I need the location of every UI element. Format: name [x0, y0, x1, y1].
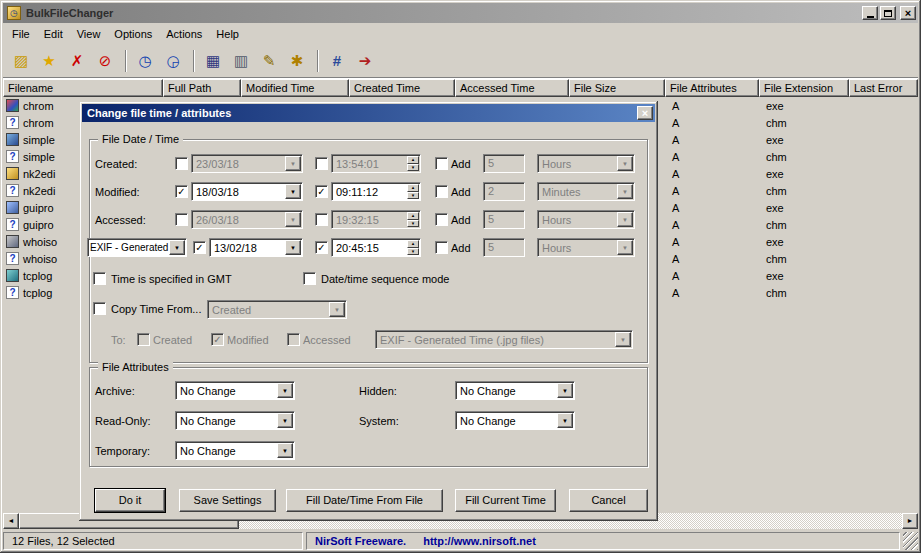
- readonly-select[interactable]: No Change ▼: [175, 411, 295, 430]
- accessed-date-select[interactable]: 26/03/18 ▼: [191, 210, 303, 229]
- modified-time-checkbox[interactable]: ✓: [315, 185, 328, 198]
- copy-time-button[interactable]: ◶: [160, 48, 186, 74]
- chevron-down-icon[interactable]: ▼: [617, 240, 633, 255]
- modified-add-unit-select[interactable]: Minutes ▼: [537, 182, 635, 201]
- save-settings-button[interactable]: Save Settings: [179, 489, 276, 512]
- system-select[interactable]: No Change ▼: [455, 411, 575, 430]
- hidden-select[interactable]: No Change ▼: [455, 381, 575, 400]
- exif-date-select[interactable]: 13/02/18 ▼: [209, 238, 303, 257]
- modified-time-input[interactable]: 09:11:12 ▴▾: [331, 182, 421, 201]
- spin-down-icon[interactable]: ▾: [407, 248, 419, 256]
- cancel-button[interactable]: Cancel: [569, 489, 648, 512]
- exif-time-checkbox[interactable]: ✓: [315, 241, 328, 254]
- nirsoft-link[interactable]: http://www.nirsoft.net: [423, 535, 536, 547]
- maximize-button[interactable]: [880, 6, 896, 20]
- chevron-down-icon[interactable]: ▼: [277, 383, 293, 398]
- minimize-button[interactable]: [862, 6, 878, 20]
- accessed-add-checkbox[interactable]: [435, 213, 448, 226]
- sequence-mode-checkbox[interactable]: [303, 272, 316, 285]
- report-button[interactable]: ✎: [256, 48, 282, 74]
- spin-down-icon[interactable]: ▾: [407, 220, 419, 228]
- column-header-file-extension[interactable]: File Extension: [759, 79, 849, 97]
- advanced-options-button[interactable]: #: [324, 48, 350, 74]
- spin-up-icon[interactable]: ▴: [407, 156, 419, 164]
- open-files-button[interactable]: ▨: [8, 48, 34, 74]
- chevron-down-icon[interactable]: ▼: [615, 332, 631, 347]
- column-header-file-attributes[interactable]: File Attributes: [665, 79, 759, 97]
- created-date-select[interactable]: 23/03/18 ▼: [191, 154, 303, 173]
- archive-select[interactable]: No Change ▼: [175, 381, 295, 400]
- created-time-input[interactable]: 13:54:01 ▴▾: [331, 154, 421, 173]
- spin-down-icon[interactable]: ▾: [407, 192, 419, 200]
- created-add-unit-select[interactable]: Hours ▼: [537, 154, 635, 173]
- column-header-accessed-time[interactable]: Accessed Time: [455, 79, 569, 97]
- column-header-filename[interactable]: Filename: [3, 79, 163, 97]
- spin-up-icon[interactable]: ▴: [407, 240, 419, 248]
- chevron-down-icon[interactable]: ▼: [617, 184, 633, 199]
- menu-help[interactable]: Help: [209, 26, 246, 42]
- column-header-last-error[interactable]: Last Error: [849, 79, 918, 97]
- menu-actions[interactable]: Actions: [159, 26, 209, 42]
- chevron-down-icon[interactable]: ▼: [285, 156, 301, 171]
- created-add-checkbox[interactable]: [435, 157, 448, 170]
- column-header-modified-time[interactable]: Modified Time: [241, 79, 349, 97]
- chevron-down-icon[interactable]: ▼: [329, 302, 345, 317]
- do-it-button[interactable]: Do it: [95, 489, 165, 512]
- column-header-file-size[interactable]: File Size: [569, 79, 665, 97]
- chevron-down-icon[interactable]: ▼: [617, 156, 633, 171]
- modified-add-qty-input[interactable]: 2: [483, 182, 525, 201]
- add-files-button[interactable]: ★: [36, 48, 62, 74]
- chevron-down-icon[interactable]: ▼: [617, 212, 633, 227]
- remove-files-button[interactable]: ✗: [64, 48, 90, 74]
- menu-file[interactable]: File: [5, 26, 37, 42]
- scroll-right-button[interactable]: ►: [902, 513, 918, 529]
- exif-date-checkbox[interactable]: ✓: [193, 241, 206, 254]
- created-add-qty-input[interactable]: 5: [483, 154, 525, 173]
- modified-add-checkbox[interactable]: [435, 185, 448, 198]
- save-button[interactable]: ▦: [200, 48, 226, 74]
- resize-grip[interactable]: [903, 532, 918, 550]
- created-time-checkbox[interactable]: [315, 157, 328, 170]
- menu-view[interactable]: View: [70, 26, 108, 42]
- exif-field-select[interactable]: EXIF - Generated ▼: [87, 238, 187, 257]
- chevron-down-icon[interactable]: ▼: [285, 240, 301, 255]
- to-created-checkbox[interactable]: [137, 333, 150, 346]
- column-header-created-time[interactable]: Created Time: [349, 79, 455, 97]
- exit-button[interactable]: ➔: [352, 48, 378, 74]
- chevron-down-icon[interactable]: ▼: [557, 413, 573, 428]
- temporary-select[interactable]: No Change ▼: [175, 441, 295, 460]
- to-target-select[interactable]: EXIF - Generated Time (.jpg files) ▼: [375, 330, 633, 349]
- modified-date-checkbox[interactable]: ✓: [175, 185, 188, 198]
- accessed-time-input[interactable]: 19:32:15 ▴▾: [331, 210, 421, 229]
- copy-time-from-checkbox[interactable]: [93, 302, 106, 315]
- spin-up-icon[interactable]: ▴: [407, 212, 419, 220]
- exif-time-input[interactable]: 20:45:15 ▴▾: [331, 238, 421, 257]
- scroll-left-button[interactable]: ◄: [3, 513, 19, 529]
- change-time-button[interactable]: ◷: [132, 48, 158, 74]
- spin-up-icon[interactable]: ▴: [407, 184, 419, 192]
- fill-from-file-button[interactable]: Fill Date/Time From File: [286, 489, 443, 512]
- menu-options[interactable]: Options: [107, 26, 159, 42]
- accessed-time-checkbox[interactable]: [315, 213, 328, 226]
- exif-add-unit-select[interactable]: Hours ▼: [537, 238, 635, 257]
- gmt-checkbox[interactable]: [93, 272, 106, 285]
- close-button[interactable]: ×: [900, 6, 916, 20]
- copy-source-select[interactable]: Created ▼: [207, 300, 347, 319]
- chevron-down-icon[interactable]: ▼: [277, 413, 293, 428]
- properties-button[interactable]: ✱: [284, 48, 310, 74]
- copy-button[interactable]: ▥: [228, 48, 254, 74]
- accessed-add-unit-select[interactable]: Hours ▼: [537, 210, 635, 229]
- column-header-full-path[interactable]: Full Path: [163, 79, 241, 97]
- chevron-down-icon[interactable]: ▼: [277, 443, 293, 458]
- chevron-down-icon[interactable]: ▼: [285, 184, 301, 199]
- spin-down-icon[interactable]: ▾: [407, 164, 419, 172]
- menu-edit[interactable]: Edit: [37, 26, 70, 42]
- modified-date-select[interactable]: 18/03/18 ▼: [191, 182, 303, 201]
- created-date-checkbox[interactable]: [175, 157, 188, 170]
- stop-button[interactable]: ⊘: [92, 48, 118, 74]
- exif-add-qty-input[interactable]: 5: [483, 238, 525, 257]
- to-accessed-checkbox[interactable]: [287, 333, 300, 346]
- dialog-close-button[interactable]: ×: [637, 106, 653, 120]
- fill-current-time-button[interactable]: Fill Current Time: [455, 489, 556, 512]
- to-modified-checkbox[interactable]: ✓: [211, 333, 224, 346]
